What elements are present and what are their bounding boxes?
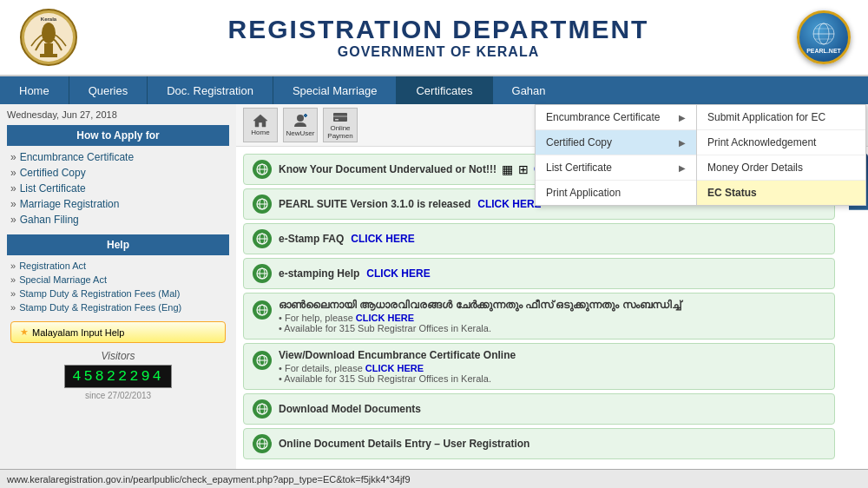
news-text-8: Online Document Details Entry – User Reg… (279, 438, 529, 450)
globe-bullet-icon-8 (256, 438, 268, 450)
help-link-reg-act[interactable]: » Registration Act (7, 259, 229, 273)
quick-icon-home[interactable]: Home (243, 108, 278, 142)
globe-bullet-icon-2 (256, 198, 268, 210)
apply-link-marriage-reg[interactable]: » Marriage Registration (7, 196, 229, 212)
date-display: Wednesday, Jun 27, 2018 (7, 109, 229, 120)
news-bullet-5 (253, 300, 272, 320)
how-to-apply-title: How to Apply for (7, 125, 229, 146)
arrow-icon: ▶ (679, 163, 686, 173)
header-subtitle: GOVERNMENT OF KERALA (83, 44, 793, 60)
globe-icon (811, 21, 837, 47)
news-text-2: PEARL SUITE Version 3.1.0 is released CL… (279, 198, 542, 210)
visitors-since: since 27/02/2013 (7, 391, 229, 400)
svg-text:Kerala: Kerala (41, 16, 57, 22)
dropdown-col1: Encumbrance Certificate ▶ Certified Copy… (536, 105, 696, 205)
apply-link-certified-copy[interactable]: » Certified Copy (7, 165, 229, 181)
dropdown-item-list-cert[interactable]: List Certificate ▶ (536, 155, 696, 181)
malayalam-input-help-button[interactable]: ★ Malayalam Input Help (10, 321, 226, 343)
kerala-emblem-icon: Kerala (18, 7, 79, 68)
news-bullet-1 (253, 160, 272, 179)
click-here-link-2[interactable]: CLICK HERE (477, 198, 541, 210)
dropdown-item-ec-status[interactable]: EC Status (697, 181, 865, 205)
globe-bullet-icon-5 (256, 304, 268, 316)
news-item-model-docs: Download Model Documents (243, 393, 835, 425)
qr-icon: ⊞ (518, 162, 529, 176)
apply-link-encumbrance[interactable]: » Encumbrance Certificate (7, 149, 229, 165)
dropdown-item-encumbrance[interactable]: Encumbrance Certificate ▶ (536, 105, 696, 130)
svg-rect-4 (40, 54, 57, 57)
apply-link-list-cert[interactable]: » List Certificate (7, 181, 229, 196)
visitors-section: Visitors 45822294 since 27/02/2013 (7, 350, 229, 400)
dropdown-col2: Submit Application for EC Print Acknowle… (696, 105, 865, 205)
pearl-text: PEARL.NET (806, 48, 841, 54)
globe-bullet-icon-3 (256, 233, 268, 245)
dropdown-item-certified-copy[interactable]: Certified Copy ▶ (536, 130, 696, 155)
help-link-stamp-eng[interactable]: » Stamp Duty & Registration Fees (Eng) (7, 300, 229, 314)
arrow-icon: ▶ (679, 113, 686, 122)
news-item-online-entry: Online Document Details Entry – User Reg… (243, 428, 835, 459)
nav-item-special-marriage[interactable]: Special Marriage (273, 76, 398, 104)
svg-rect-17 (335, 119, 339, 121)
dropdown-item-submit-ec[interactable]: Submit Application for EC (697, 105, 865, 130)
globe-bullet-icon-7 (256, 403, 268, 415)
dropdown-item-money-order[interactable]: Money Order Details (697, 155, 865, 181)
dropdown-item-print-app[interactable]: Print Application (536, 181, 696, 205)
click-here-link-4[interactable]: CLICK HERE (366, 267, 430, 280)
click-here-link-6[interactable]: CLICK HERE (365, 363, 424, 373)
status-bar: www.keralaregistration.gov.in/pearlpubli… (0, 469, 868, 488)
globe-bullet-icon (256, 163, 268, 175)
help-link-stamp-mal[interactable]: » Stamp Duty & Registration Fees (Mal) (7, 287, 229, 300)
news-item-online-fees: ഓൺലൈനായി ആധാരവിവരങ്ങൾ ചേർക്കുന്നതും ഫീസ്… (243, 293, 835, 340)
barcode-icon: ▦ (502, 162, 513, 176)
news-text-7: Download Model Documents (279, 403, 421, 415)
click-here-link-3[interactable]: CLICK HERE (351, 233, 414, 245)
svg-rect-16 (333, 115, 347, 117)
news-bullet-8 (253, 434, 272, 453)
status-url: www.keralaregistration.gov.in/pearlpubli… (7, 474, 411, 485)
nav-item-doc-reg[interactable]: Doc. Registration (148, 76, 273, 104)
header: Kerala REGISTRATION DEPARTMENT GOVERNMEN… (0, 0, 868, 76)
news-item-estamp-help: e-stamping Help CLICK HERE (243, 258, 835, 289)
header-title: REGISTRATION DEPARTMENT (83, 15, 793, 44)
dropdown-item-print-ack[interactable]: Print Acknowledgement (697, 130, 865, 155)
nav-item-certificates[interactable]: Certificates (397, 76, 492, 104)
apply-link-gahan[interactable]: » Gahan Filing (7, 212, 229, 228)
news-text-4: e-stamping Help CLICK HERE (279, 267, 431, 280)
svg-point-12 (297, 115, 304, 122)
nav-item-gahan[interactable]: Gahan (493, 76, 565, 104)
news-item-estamp-faq: e-Stamp FAQ CLICK HERE (243, 223, 835, 254)
star-icon: ★ (20, 326, 29, 338)
help-link-special-marriage[interactable]: » Special Marriage Act (7, 273, 229, 287)
left-emblem: Kerala (14, 7, 83, 68)
payment-icon (332, 111, 348, 123)
right-logo: PEARL.NET (793, 10, 854, 64)
home-icon (253, 114, 268, 128)
arrow-icon: ▶ (679, 138, 686, 148)
nav-item-home[interactable]: Home (0, 76, 69, 104)
new-user-icon (293, 113, 308, 129)
quick-icon-payment[interactable]: Online Paymen (323, 108, 358, 142)
news-text-3: e-Stamp FAQ CLICK HERE (279, 233, 415, 245)
svg-marker-11 (253, 115, 267, 127)
sidebar: Wednesday, Jun 27, 2018 How to Apply for… (0, 104, 236, 469)
news-content-6: View/Download Encumbrance Certificate On… (279, 349, 516, 384)
globe-bullet-icon-4 (256, 267, 268, 280)
news-bullet-2 (253, 195, 272, 214)
news-bullet-4 (253, 264, 272, 283)
help-title: Help (7, 234, 229, 255)
news-bullet-3 (253, 229, 272, 248)
news-item-enc-cert: View/Download Encumbrance Certificate On… (243, 343, 835, 390)
news-bullet-6 (253, 351, 272, 370)
news-bullet-7 (253, 399, 272, 419)
visitors-count-display: 45822294 (64, 365, 172, 388)
globe-bullet-icon-6 (256, 354, 268, 366)
visitors-title: Visitors (7, 350, 229, 362)
news-content-5: ഓൺലൈനായി ആധാരവിവരങ്ങൾ ചേർക്കുന്നതും ഫീസ്… (279, 299, 681, 333)
pearl-badge: PEARL.NET (797, 10, 851, 64)
navbar: Home Queries Doc. Registration Special M… (0, 76, 868, 104)
header-text: REGISTRATION DEPARTMENT GOVERNMENT OF KE… (83, 15, 793, 60)
quick-icon-newuser[interactable]: NewUser (283, 108, 318, 142)
dropdown-panel: Encumbrance Certificate ▶ Certified Copy… (535, 104, 866, 206)
nav-item-queries[interactable]: Queries (69, 76, 148, 104)
click-here-link-5[interactable]: CLICK HERE (356, 313, 414, 323)
